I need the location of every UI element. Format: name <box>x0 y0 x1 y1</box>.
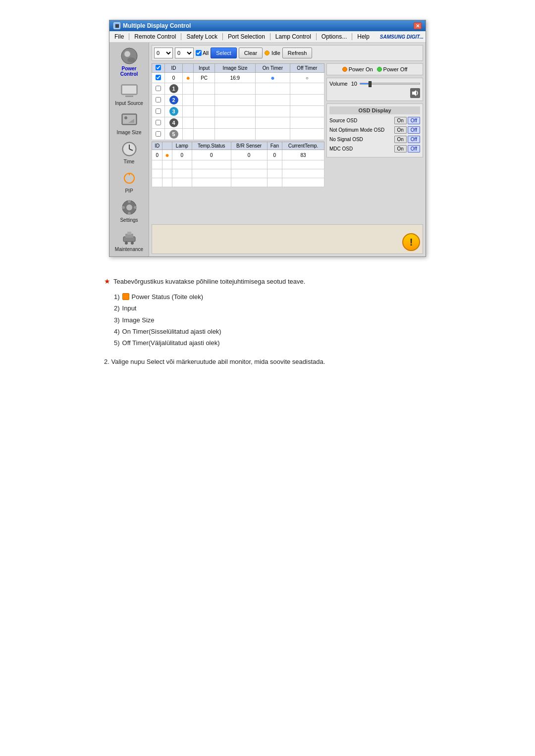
settings-icon <box>120 199 138 216</box>
lrow-lamp: 0 <box>172 150 192 160</box>
row-status: ● <box>183 73 194 83</box>
svg-point-19 <box>128 212 131 215</box>
header-checkbox[interactable] <box>156 65 161 70</box>
osd-display-panel: OSD Display Source OSD On Off Not Optimu… <box>326 103 423 157</box>
lcol-id: ID <box>152 142 162 150</box>
menu-file[interactable]: File <box>111 32 127 41</box>
list-text-5: Off Timer(Väljalülitatud ajasti olek) <box>122 337 220 349</box>
close-button[interactable]: ✕ <box>414 22 422 29</box>
row-check[interactable] <box>152 83 165 95</box>
osd-notoptimum-off[interactable]: Off <box>408 126 420 134</box>
info-list: 1) Power Status (Toite olek) 2) Input 3)… <box>114 291 431 349</box>
list-item-2: 2) Input <box>114 302 431 314</box>
application-window: ▦ Multiple Display Control ✕ File Remote… <box>109 20 426 257</box>
menu-port-selection[interactable]: Port Selection <box>225 32 268 41</box>
range-from-select[interactable]: 0 <box>154 48 173 58</box>
row-off-timer: ○ <box>290 73 324 83</box>
row-check[interactable] <box>152 129 165 140</box>
osd-source-on[interactable]: On <box>394 117 407 124</box>
menu-safety-lock[interactable]: Safety Lock <box>183 32 220 41</box>
osd-nosignal-btns: On Off <box>394 136 421 143</box>
table-row: 3 <box>152 106 324 117</box>
volume-thumb[interactable] <box>369 81 372 87</box>
row-check[interactable] <box>152 106 165 117</box>
row-check[interactable] <box>152 117 165 129</box>
list-item-3: 3) Image Size <box>114 314 431 326</box>
sidebar-item-pip[interactable]: PIP <box>111 167 147 196</box>
lcol-fan: Fan <box>267 142 282 150</box>
lrow-status: ● <box>162 150 172 160</box>
osd-nosignal-label: No Signal OSD <box>329 137 394 142</box>
sidebar-item-time[interactable]: Time <box>111 138 147 166</box>
sidebar-item-image-size[interactable]: Image Size <box>111 109 147 137</box>
lcol-status <box>162 142 172 150</box>
osd-row-not-optimum: Not Optimum Mode OSD On Off <box>329 126 420 134</box>
row-check[interactable] <box>152 73 165 83</box>
list-text-2: Input <box>122 302 137 314</box>
lrow-id: 0 <box>152 150 162 160</box>
osd-mdc-label: MDC OSD <box>329 146 394 151</box>
idle-label: Idle <box>271 50 280 56</box>
row-check[interactable] <box>152 95 165 106</box>
power-control-icon <box>120 47 138 65</box>
osd-source-off[interactable]: Off <box>408 117 420 124</box>
main-content: Power Control Input Source <box>109 43 426 256</box>
table-row: 2 <box>152 95 324 106</box>
control-area: Power On Power Off Volume 10 <box>326 63 423 222</box>
info-note-2: 2. Valige nupu Select või märkeruutude a… <box>104 357 431 367</box>
row-badge-2: 2 <box>165 95 183 106</box>
svg-point-1 <box>124 51 130 57</box>
power-on-radio[interactable]: Power On <box>342 66 373 72</box>
sidebar-item-input-source[interactable]: Input Source <box>111 80 147 108</box>
osd-row-no-signal: No Signal OSD On Off <box>329 136 420 143</box>
sidebar-label-power: Power Control <box>112 66 146 77</box>
sidebar-label-pip: PIP <box>125 188 133 194</box>
osd-mdc-off[interactable]: Off <box>408 145 420 152</box>
sidebar-item-settings[interactable]: Settings <box>111 197 147 225</box>
refresh-button[interactable]: Refresh <box>282 48 313 58</box>
menu-help[interactable]: Help <box>354 32 373 41</box>
osd-nosignal-off[interactable]: Off <box>408 136 420 143</box>
volume-row: Volume 10 <box>329 81 420 87</box>
osd-notoptimum-on[interactable]: On <box>394 126 407 134</box>
osd-nosignal-on[interactable]: On <box>394 136 407 143</box>
svg-point-25 <box>125 242 128 245</box>
volume-control-panel: Volume 10 <box>326 78 423 101</box>
toolbar: 0 0 All Select Clear Idle Refre <box>152 45 423 61</box>
sidebar-label-settings: Settings <box>120 217 138 223</box>
sidebar-item-maintenance[interactable]: Maintenance <box>111 226 147 254</box>
input-source-icon <box>120 82 138 100</box>
menu-lamp-control[interactable]: Lamp Control <box>272 32 314 41</box>
power-status-icon <box>122 293 129 300</box>
all-checkbox-label[interactable]: All <box>196 50 209 56</box>
volume-value: 10 <box>351 81 357 87</box>
volume-slider[interactable] <box>360 83 420 85</box>
list-item-5: 5) Off Timer(Väljalülitatud ajasti olek) <box>114 337 431 349</box>
sidebar-label-maintenance: Maintenance <box>115 247 143 252</box>
time-icon <box>120 140 138 158</box>
bottom-note: ! <box>152 224 423 254</box>
sidebar: Power Control Input Source <box>109 43 149 256</box>
list-text-4: On Timer(Sisselülitatud ajasti olek) <box>122 326 221 337</box>
list-item-1: 1) Power Status (Toite olek) <box>114 291 431 302</box>
clear-button[interactable]: Clear <box>239 48 263 58</box>
brand-label: SAMSUNG DIGIT... <box>380 34 424 40</box>
row-on-timer: ● <box>256 73 290 83</box>
osd-notoptimum-btns: On Off <box>394 126 421 134</box>
select-button[interactable]: Select <box>211 48 237 58</box>
lower-table-row <box>152 169 324 178</box>
svg-rect-4 <box>122 86 136 94</box>
all-checkbox[interactable] <box>196 50 202 56</box>
power-off-radio[interactable]: Power Off <box>377 66 408 72</box>
range-to-select[interactable]: 0 <box>175 48 194 58</box>
osd-row-mdc: MDC OSD On Off <box>329 145 420 152</box>
idle-dot <box>265 50 269 55</box>
info-section: ★ Teabevõrgustikus kuvatakse põhiline to… <box>94 272 441 372</box>
menu-options[interactable]: Options... <box>319 32 350 41</box>
list-num-2: 2) <box>114 302 120 314</box>
image-size-icon <box>120 111 138 129</box>
menu-remote-control[interactable]: Remote Control <box>131 32 179 41</box>
sidebar-item-power-control[interactable]: Power Control <box>111 45 147 79</box>
osd-mdc-on[interactable]: On <box>394 145 407 152</box>
svg-point-18 <box>128 200 131 203</box>
